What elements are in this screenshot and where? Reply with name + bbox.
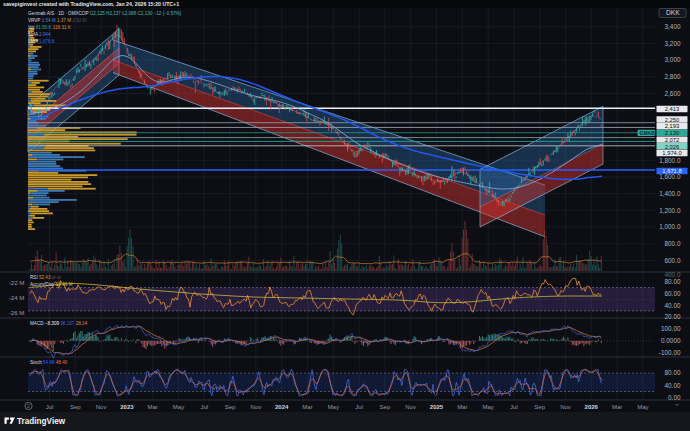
svg-text:40.00: 40.00 xyxy=(665,382,681,389)
svg-text:SMA 1,678.8: SMA 1,678.8 xyxy=(28,39,55,44)
svg-text:Sep: Sep xyxy=(380,404,391,410)
svg-text:80.00: 80.00 xyxy=(665,278,681,285)
svg-text:-24 M: -24 M xyxy=(9,294,25,301)
svg-text:2026: 2026 xyxy=(585,404,599,410)
svg-text:Jul: Jul xyxy=(46,404,54,410)
svg-text:Mar: Mar xyxy=(148,404,158,410)
svg-text:Stoch 54.48 48.40: Stoch 54.48 48.40 xyxy=(30,360,68,365)
svg-text:400.0: 400.0 xyxy=(665,271,681,278)
svg-text:Accum/Dist -23.96 M: Accum/Dist -23.96 M xyxy=(30,282,73,287)
svg-text:Jul: Jul xyxy=(510,404,518,410)
svg-text:Jul: Jul xyxy=(355,404,363,410)
svg-text:Mar: Mar xyxy=(302,404,312,410)
svg-text:600.0: 600.0 xyxy=(665,257,681,264)
svg-text:Sep: Sep xyxy=(70,404,81,410)
svg-text:1,400.0: 1,400.0 xyxy=(659,190,681,197)
svg-text:VRVP 1.54 M 1.37 M 2.92 M: VRVP 1.54 M 1.37 M 2.92 M xyxy=(28,18,86,23)
svg-text:2,250: 2,250 xyxy=(665,117,680,123)
svg-text:2,600: 2,600 xyxy=(665,90,681,97)
svg-text:May: May xyxy=(482,404,493,410)
svg-text:800.0: 800.0 xyxy=(665,240,681,247)
svg-text:GMAB: GMAB xyxy=(640,130,656,136)
svg-text:1,600.0: 1,600.0 xyxy=(659,173,681,180)
svg-text:2,072: 2,072 xyxy=(665,137,680,143)
svg-text:Mar: Mar xyxy=(612,404,622,410)
svg-text:2,193: 2,193 xyxy=(665,123,680,129)
svg-text:1,671.8: 1,671.8 xyxy=(662,168,681,174)
svg-text:Genmab A/S · 1D · OMXCOP O2,12: Genmab A/S · 1D · OMXCOP O2,125 H2,137 L… xyxy=(28,11,182,16)
svg-text:1,000.0: 1,000.0 xyxy=(659,223,681,230)
svg-text:RSI 52.43 ∅ ∅: RSI 52.43 ∅ ∅ xyxy=(30,275,61,280)
svg-text:-26 M: -26 M xyxy=(9,309,25,316)
svg-text:Nov: Nov xyxy=(251,404,262,410)
svg-text:3,000: 3,000 xyxy=(665,56,681,63)
svg-text:40.00: 40.00 xyxy=(665,302,681,309)
svg-text:MACD −8.309 38.107 28.14: MACD −8.309 38.107 28.14 xyxy=(30,321,88,326)
svg-text:2,026: 2,026 xyxy=(665,144,680,150)
svg-text:60.00: 60.00 xyxy=(665,290,681,297)
svg-text:TradingView: TradingView xyxy=(17,417,66,426)
svg-text:-22 M: -22 M xyxy=(9,279,25,286)
svg-text:savepiginvest created with Tra: savepiginvest created with TradingView.c… xyxy=(3,1,179,7)
svg-text:1,800.0: 1,800.0 xyxy=(659,157,681,164)
svg-text:2,800: 2,800 xyxy=(665,73,681,80)
svg-text:Nov: Nov xyxy=(96,404,107,410)
svg-text:SMA 2,044: SMA 2,044 xyxy=(28,32,51,37)
svg-text:1,974.0: 1,974.0 xyxy=(662,150,681,156)
svg-text:May: May xyxy=(637,404,648,410)
svg-text:2,413: 2,413 xyxy=(665,106,680,112)
svg-text:2023: 2023 xyxy=(120,404,134,410)
svg-text:3,400: 3,400 xyxy=(665,23,681,30)
svg-text:DKK: DKK xyxy=(666,9,680,16)
svg-text:20.00: 20.00 xyxy=(665,313,681,320)
svg-text:2,130: 2,130 xyxy=(665,130,680,136)
svg-text:Sep: Sep xyxy=(225,404,236,410)
svg-text:2024: 2024 xyxy=(275,404,289,410)
svg-text:May: May xyxy=(173,404,184,410)
svg-text:0.0000: 0.0000 xyxy=(661,337,681,344)
svg-text:2: 2 xyxy=(27,403,30,409)
svg-text:Nov: Nov xyxy=(560,404,571,410)
svg-text:May: May xyxy=(328,404,339,410)
svg-text:80.00: 80.00 xyxy=(665,369,681,376)
svg-text:-100.00: -100.00 xyxy=(659,349,681,356)
svg-text:Vol 81.56 K 118.31 K: Vol 81.56 K 118.31 K xyxy=(28,25,72,30)
svg-text:2025: 2025 xyxy=(430,404,444,410)
svg-text:3,200: 3,200 xyxy=(665,40,681,47)
svg-text:0.00: 0.00 xyxy=(668,394,681,401)
svg-text:⌃: ⌃ xyxy=(674,403,680,410)
svg-text:Mar: Mar xyxy=(457,404,467,410)
svg-text:100.00: 100.00 xyxy=(661,325,681,332)
svg-text:Sep: Sep xyxy=(534,404,545,410)
svg-text:1,200.0: 1,200.0 xyxy=(659,207,681,214)
svg-text:Nov: Nov xyxy=(405,404,416,410)
svg-text:Jul: Jul xyxy=(200,404,208,410)
